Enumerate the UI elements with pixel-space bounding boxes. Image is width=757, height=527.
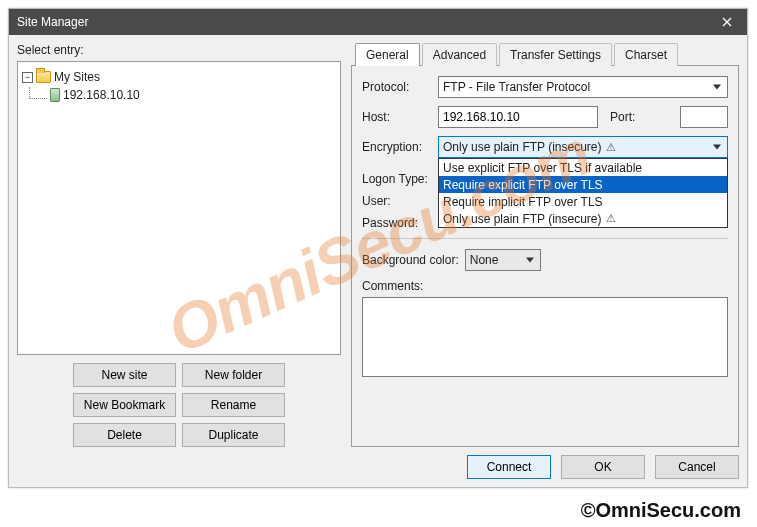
site-action-buttons: New site New folder New Bookmark Rename … <box>17 355 341 447</box>
folder-icon <box>36 71 51 83</box>
bgcolor-row: Background color: None <box>362 249 728 271</box>
tab-transfer-settings[interactable]: Transfer Settings <box>499 43 612 66</box>
comments-input[interactable] <box>362 297 728 377</box>
encryption-value: Only use plain FTP (insecure) <box>443 140 602 154</box>
cancel-button[interactable]: Cancel <box>655 455 739 479</box>
close-button[interactable] <box>711 12 743 32</box>
tree-collapse-icon[interactable]: − <box>22 72 33 83</box>
protocol-select[interactable]: FTP - File Transfer Protocol <box>438 76 728 98</box>
right-pane: General Advanced Transfer Settings Chars… <box>351 43 739 447</box>
host-input[interactable] <box>438 106 598 128</box>
encryption-row: Encryption: Only use plain FTP (insecure… <box>362 136 728 158</box>
tree-root-label: My Sites <box>54 70 100 84</box>
server-icon <box>50 88 60 102</box>
window-content: Select entry: − My Sites 192.168.10.10 N… <box>9 35 747 487</box>
duplicate-button[interactable]: Duplicate <box>182 423 285 447</box>
port-label: Port: <box>604 110 674 124</box>
tab-charset[interactable]: Charset <box>614 43 678 66</box>
main-row: Select entry: − My Sites 192.168.10.10 N… <box>17 43 739 447</box>
bgcolor-label: Background color: <box>362 253 459 267</box>
encryption-label: Encryption: <box>362 140 432 154</box>
site-tree[interactable]: − My Sites 192.168.10.10 <box>17 61 341 355</box>
new-site-button[interactable]: New site <box>73 363 176 387</box>
divider <box>362 238 728 239</box>
password-label: Password: <box>362 216 432 230</box>
bgcolor-value: None <box>470 253 499 267</box>
footer-buttons: Connect OK Cancel <box>17 447 739 479</box>
titlebar: Site Manager <box>9 9 747 35</box>
close-icon <box>722 17 732 27</box>
warning-icon: ⚠ <box>606 141 616 154</box>
connect-button[interactable]: Connect <box>467 455 551 479</box>
general-panel: Protocol: FTP - File Transfer Protocol H… <box>351 65 739 447</box>
new-folder-button[interactable]: New folder <box>182 363 285 387</box>
comments-label: Comments: <box>362 279 728 293</box>
tabs: General Advanced Transfer Settings Chars… <box>351 43 739 66</box>
host-row: Host: Port: <box>362 106 728 128</box>
protocol-row: Protocol: FTP - File Transfer Protocol <box>362 76 728 98</box>
select-entry-label: Select entry: <box>17 43 341 57</box>
protocol-value: FTP - File Transfer Protocol <box>443 80 590 94</box>
tree-root[interactable]: − My Sites <box>22 68 336 86</box>
new-bookmark-button[interactable]: New Bookmark <box>73 393 176 417</box>
warning-icon: ⚠ <box>606 212 616 225</box>
bgcolor-select[interactable]: None <box>465 249 541 271</box>
encryption-dropdown-list: Use explicit FTP over TLS if available R… <box>438 158 728 228</box>
delete-button[interactable]: Delete <box>73 423 176 447</box>
copyright-text: ©OmniSecu.com <box>581 499 741 522</box>
ok-button[interactable]: OK <box>561 455 645 479</box>
window-title: Site Manager <box>17 15 711 29</box>
tree-site-item[interactable]: 192.168.10.10 <box>22 86 336 104</box>
rename-button[interactable]: Rename <box>182 393 285 417</box>
tab-general[interactable]: General <box>355 43 420 66</box>
user-label: User: <box>362 194 432 208</box>
left-pane: Select entry: − My Sites 192.168.10.10 N… <box>17 43 341 447</box>
host-label: Host: <box>362 110 432 124</box>
port-input[interactable] <box>680 106 728 128</box>
tree-site-label: 192.168.10.10 <box>63 88 140 102</box>
logon-type-label: Logon Type: <box>362 172 432 186</box>
encryption-option[interactable]: Require implicit FTP over TLS <box>439 193 727 210</box>
encryption-select[interactable]: Only use plain FTP (insecure) ⚠ Use expl… <box>438 136 728 158</box>
protocol-label: Protocol: <box>362 80 432 94</box>
tree-branch-icon <box>29 87 47 99</box>
encryption-option[interactable]: Require explicit FTP over TLS <box>439 176 727 193</box>
encryption-option[interactable]: Use explicit FTP over TLS if available <box>439 159 727 176</box>
encryption-option[interactable]: Only use plain FTP (insecure)⚠ <box>439 210 727 227</box>
tab-advanced[interactable]: Advanced <box>422 43 497 66</box>
site-manager-window: Site Manager Select entry: − My Sites <box>8 8 748 488</box>
